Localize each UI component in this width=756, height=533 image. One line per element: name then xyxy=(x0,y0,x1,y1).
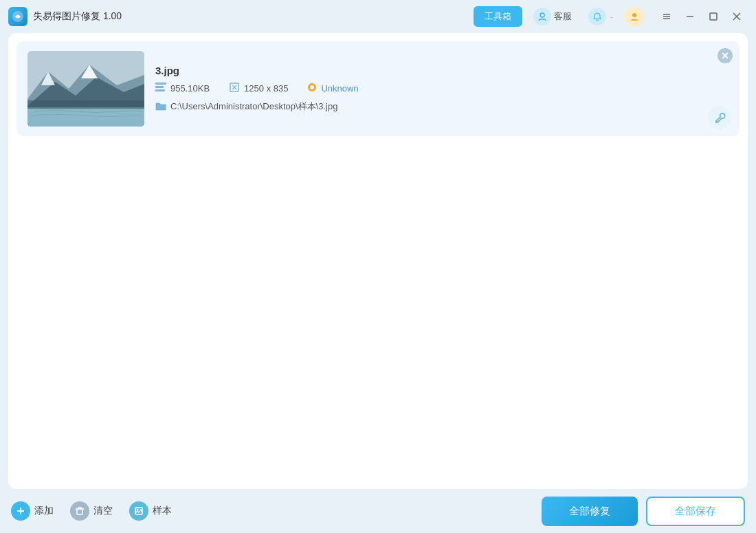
svg-rect-16 xyxy=(27,100,144,109)
customer-service-icon xyxy=(533,8,551,25)
svg-point-30 xyxy=(137,509,139,511)
size-icon xyxy=(155,83,166,94)
bottombar: 添加 清空 样本 全部修复 全部保存 xyxy=(0,489,756,533)
file-card: 3.jpg 955.10KB xyxy=(16,41,740,136)
window-controls xyxy=(656,7,748,26)
file-dimensions-value: 1250 x 835 xyxy=(244,83,288,94)
titlebar: 失易得图片修复 1.00 工具箱 客服 - xyxy=(0,0,756,33)
file-size-value: 955.10KB xyxy=(170,83,210,94)
file-status-value: Unknown xyxy=(321,83,358,94)
bottom-right-actions: 全部修复 全部保存 xyxy=(542,497,745,526)
close-card-button[interactable] xyxy=(718,48,733,63)
add-label: 添加 xyxy=(34,505,54,517)
file-name: 3.jpg xyxy=(155,65,729,76)
titlebar-left: 失易得图片修复 1.00 xyxy=(8,7,122,26)
sample-icon xyxy=(129,501,148,521)
repair-settings-button[interactable] xyxy=(708,106,731,129)
svg-rect-19 xyxy=(155,89,165,91)
file-info: 3.jpg 955.10KB xyxy=(155,65,729,113)
titlebar-right: 工具箱 客服 - xyxy=(474,5,748,28)
customer-service-label: 客服 xyxy=(554,10,572,23)
svg-rect-15 xyxy=(27,107,144,127)
bottom-left-actions: 添加 清空 样本 xyxy=(11,501,172,521)
svg-point-1 xyxy=(540,13,544,17)
file-thumbnail xyxy=(27,51,144,127)
svg-point-24 xyxy=(716,120,718,122)
repair-all-button[interactable]: 全部修复 xyxy=(542,497,638,526)
separator-label: - xyxy=(610,12,613,22)
file-meta-row: 955.10KB 1250 x 835 xyxy=(155,82,729,95)
dimensions-icon xyxy=(229,82,240,95)
add-button[interactable]: 添加 xyxy=(11,501,54,521)
notification-button[interactable]: - xyxy=(583,5,619,28)
svg-point-2 xyxy=(632,13,636,17)
content-area xyxy=(16,136,740,481)
file-path: C:\Users\Administrator\Desktop\样本\3.jpg xyxy=(155,100,729,113)
svg-point-21 xyxy=(310,85,314,89)
status-icon xyxy=(307,83,317,94)
svg-rect-17 xyxy=(155,83,166,85)
sample-button[interactable]: 样本 xyxy=(129,501,172,521)
main-content: 3.jpg 955.10KB xyxy=(8,33,748,489)
svg-rect-27 xyxy=(77,509,82,514)
svg-rect-7 xyxy=(710,13,717,20)
user-avatar[interactable] xyxy=(624,6,645,27)
file-status-item: Unknown xyxy=(307,83,358,94)
restore-button[interactable] xyxy=(702,7,724,26)
minimize-button[interactable] xyxy=(679,7,701,26)
clear-label: 清空 xyxy=(93,505,113,517)
file-size-item: 955.10KB xyxy=(155,83,210,94)
file-path-value: C:\Users\Administrator\Desktop\样本\3.jpg xyxy=(170,100,337,113)
svg-rect-18 xyxy=(155,86,164,88)
menu-button[interactable] xyxy=(656,7,678,26)
bell-icon xyxy=(588,8,606,25)
folder-icon xyxy=(155,101,166,113)
save-all-button[interactable]: 全部保存 xyxy=(646,497,745,526)
toolbar-button[interactable]: 工具箱 xyxy=(474,6,522,27)
file-dimensions-item: 1250 x 835 xyxy=(229,82,288,95)
close-button[interactable] xyxy=(726,7,748,26)
add-icon xyxy=(11,501,30,521)
customer-service-button[interactable]: 客服 xyxy=(528,5,577,28)
app-logo xyxy=(8,7,27,26)
app-title: 失易得图片修复 1.00 xyxy=(33,10,122,23)
clear-button[interactable]: 清空 xyxy=(70,501,113,521)
trash-icon xyxy=(70,501,89,521)
sample-label: 样本 xyxy=(153,505,172,517)
